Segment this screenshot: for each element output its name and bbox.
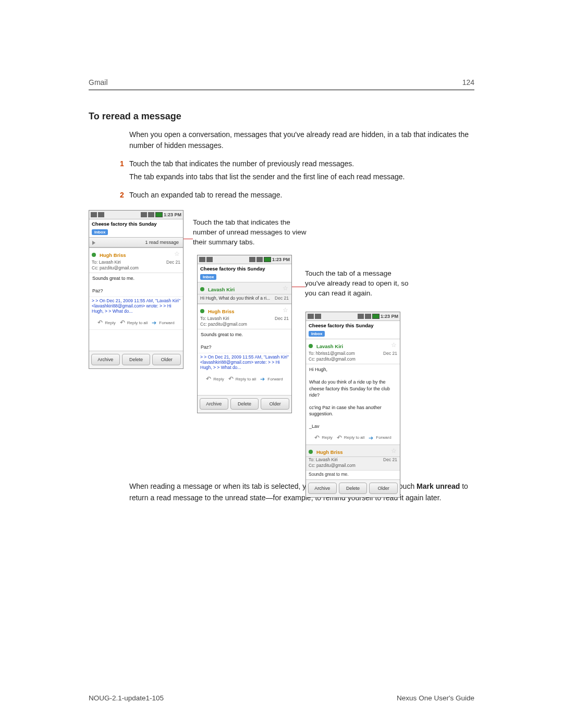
conversation-subject: Cheese factory this Sunday xyxy=(89,219,183,227)
star-icon[interactable]: ☆ xyxy=(174,250,180,257)
closing-paragraph: When reading a message or when its tab i… xyxy=(129,481,474,503)
message-header[interactable]: Lavash Kiri ☆ xyxy=(306,339,400,351)
sender-name: Hugh Briss xyxy=(316,449,343,455)
doc-id: NOUG-2.1-update1-105 xyxy=(89,694,164,702)
presence-icon xyxy=(309,450,313,454)
forward-icon xyxy=(369,435,375,440)
reply-all-icon xyxy=(228,376,235,381)
forward-button[interactable]: Forward xyxy=(369,435,391,440)
step-1-detail: The tab expands into tabs that list the … xyxy=(129,171,474,182)
older-button[interactable]: Older xyxy=(152,354,181,365)
presence-icon xyxy=(200,309,204,313)
message-actions: Reply Reply to all Forward xyxy=(89,317,183,329)
delete-button[interactable]: Delete xyxy=(230,398,259,410)
page-header: Gmail 124 xyxy=(89,78,474,90)
inbox-label[interactable]: Inbox xyxy=(92,229,108,235)
reply-all-button[interactable]: Reply to all xyxy=(120,320,148,325)
collapsed-message-tab[interactable]: Lavash Kiri ☆ xyxy=(198,282,291,294)
forward-button[interactable]: Forward xyxy=(152,320,174,325)
message-date: Dec 21 xyxy=(383,351,397,356)
reply-button[interactable]: Reply xyxy=(206,376,224,381)
reply-button[interactable]: Reply xyxy=(314,435,332,440)
read-messages-tab[interactable]: 1 read message xyxy=(89,237,183,248)
bottom-buttons: Archive Delete Older xyxy=(89,351,183,368)
step-number: 1 xyxy=(120,158,129,169)
callout-1: Touch the tab that indicates the number … xyxy=(193,218,313,248)
message-preview: Sounds great to me. xyxy=(306,470,400,479)
status-bar: 1:23 PM xyxy=(89,211,183,219)
quoted-text: > > On Dec 21, 2009 11:55 AM, "Lavash Ki… xyxy=(89,297,183,317)
reply-icon xyxy=(314,435,321,440)
presence-icon xyxy=(92,253,96,257)
collapsed-message-tab[interactable]: Hugh Briss ☆ xyxy=(306,445,400,457)
message-body: Sounds great to me. Paz? xyxy=(89,273,183,296)
step-1: 1 Touch the tab that indicates the numbe… xyxy=(120,158,474,169)
intro-paragraph: When you open a conversation, messages t… xyxy=(129,129,474,151)
message-date: Dec 21 xyxy=(275,295,289,301)
star-icon[interactable]: ☆ xyxy=(283,285,288,292)
signal-icon xyxy=(148,212,154,217)
status-icon xyxy=(91,212,97,217)
conversation-subject: Cheese factory this Sunday xyxy=(306,321,400,328)
signal-icon xyxy=(249,257,255,262)
presence-icon xyxy=(200,287,204,291)
inbox-label[interactable]: Inbox xyxy=(309,331,325,337)
step-text: Touch the tab that indicates the number … xyxy=(129,158,474,169)
star-icon[interactable]: ☆ xyxy=(391,341,397,349)
battery-icon xyxy=(372,314,380,319)
clock: 1:23 PM xyxy=(272,257,290,262)
delete-button[interactable]: Delete xyxy=(122,354,151,365)
presence-icon xyxy=(309,344,313,348)
sender-name: Lavash Kiri xyxy=(208,287,235,292)
mail-icon xyxy=(315,314,321,319)
star-icon[interactable]: ☆ xyxy=(283,306,288,314)
signal-icon xyxy=(256,257,263,262)
bottom-buttons: Archive Delete Older xyxy=(306,479,400,497)
step-text: Touch an expanded tab to reread the mess… xyxy=(129,190,474,201)
page-footer: NOUG-2.1-update1-105 Nexus One User's Gu… xyxy=(89,694,474,702)
reply-all-icon xyxy=(120,320,126,325)
message-header[interactable]: Hugh Briss ☆ xyxy=(198,304,291,316)
full-message-body: Hi Hugh, What do you think of a ride up … xyxy=(306,364,400,431)
clock: 1:23 PM xyxy=(164,212,181,217)
older-button[interactable]: Older xyxy=(369,483,398,494)
message-date: Dec 21 xyxy=(383,457,397,463)
mail-icon xyxy=(206,257,213,262)
archive-button[interactable]: Archive xyxy=(200,398,228,410)
message-date: Dec 21 xyxy=(166,260,180,265)
expand-icon xyxy=(92,241,95,245)
reply-all-icon xyxy=(337,435,343,440)
forward-button[interactable]: Forward xyxy=(260,376,283,381)
inbox-label[interactable]: Inbox xyxy=(200,274,216,280)
archive-button[interactable]: Archive xyxy=(308,483,337,494)
mail-icon xyxy=(98,212,104,217)
message-preview: Hi Hugh, What do you think of a ri...Dec… xyxy=(198,294,291,304)
screenshot-3: 1:23 PM Cheese factory this Sunday Inbox… xyxy=(305,312,400,498)
step-2: 2 Touch an expanded tab to reread the me… xyxy=(120,190,474,201)
step-number: 2 xyxy=(120,190,129,201)
recipients: To: Lavash KiriDec 21 Cc: pazditu@gmail.… xyxy=(89,260,183,273)
reply-button[interactable]: Reply xyxy=(97,320,115,325)
callout-2: Touch the tab of a message you've alread… xyxy=(305,269,409,299)
status-icon xyxy=(199,257,205,262)
message-body: Sounds great to me. Paz? xyxy=(198,329,291,352)
sender-name: Lavash Kiri xyxy=(316,343,343,349)
reply-all-button[interactable]: Reply to all xyxy=(228,376,256,381)
reply-all-button[interactable]: Reply to all xyxy=(337,435,365,440)
conversation-subject: Cheese factory this Sunday xyxy=(198,264,291,272)
older-button[interactable]: Older xyxy=(261,398,289,410)
section-title: To reread a message xyxy=(89,111,474,122)
message-date: Dec 21 xyxy=(275,316,289,322)
message-header[interactable]: Hugh Briss ☆ xyxy=(89,248,183,260)
read-count: 1 read message xyxy=(145,240,179,245)
recipients: To: Lavash KiriDec 21 Cc: pazditu@gmail.… xyxy=(306,457,400,470)
figures-area: Touch the tab that indicates the number … xyxy=(89,210,474,471)
recipients: To: hbriss1@gmail.comDec 21 Cc: pazditu@… xyxy=(306,351,400,364)
message-actions: Reply Reply to all Forward xyxy=(198,373,291,386)
mark-unread-label: Mark unread xyxy=(417,482,460,490)
forward-icon xyxy=(260,376,266,381)
archive-button[interactable]: Archive xyxy=(91,354,120,365)
delete-button[interactable]: Delete xyxy=(339,483,368,494)
star-icon[interactable]: ☆ xyxy=(391,447,397,454)
signal-icon xyxy=(365,314,371,319)
